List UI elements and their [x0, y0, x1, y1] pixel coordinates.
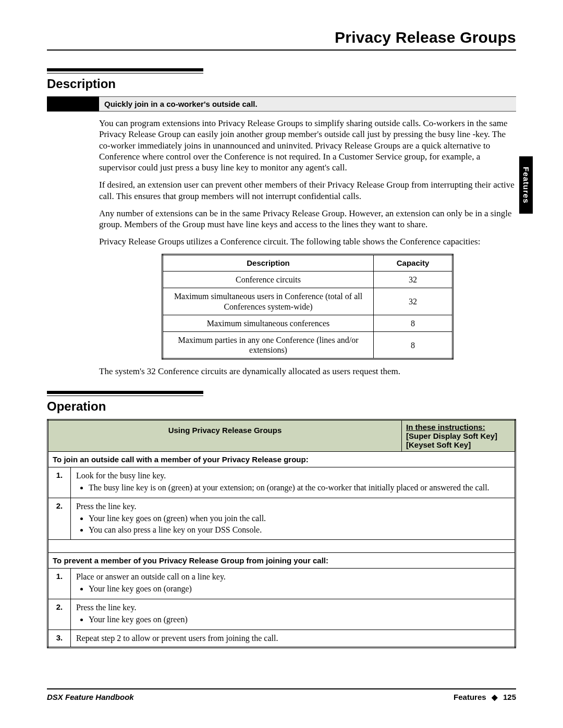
op-step-bullet: Your line key goes on (green) — [89, 614, 509, 625]
op-step-text: Place or answer an outside call on a lin… — [76, 572, 226, 581]
op-spacer — [48, 540, 516, 553]
op-subhead-1-text: To join an outside call with a member of… — [48, 452, 516, 467]
op-step-body: Repeat step 2 to allow or prevent users … — [71, 630, 516, 648]
footer-right-label: Features — [454, 693, 486, 701]
callout-black-box — [47, 96, 99, 112]
capacity-table: Description Capacity Conference circuits… — [162, 254, 454, 360]
page: Privacy Release Groups Features Descript… — [0, 0, 563, 728]
cap-val: 32 — [374, 272, 453, 288]
op-step: 2. Press the line key. Your line key goe… — [48, 599, 516, 630]
desc-p2: If desired, an extension user can preven… — [99, 179, 516, 202]
desc-p3: Any number of extensions can be in the s… — [99, 208, 516, 230]
cap-row: Conference circuits 32 — [163, 272, 453, 288]
cap-desc: Conference circuits — [163, 272, 374, 288]
cap-desc: Maximum simultaneous conferences — [163, 315, 374, 331]
op-step-text: Press the line key. — [76, 603, 136, 612]
op-step-body: Press the line key. Your line key goes o… — [71, 498, 516, 539]
op-step-num: 1. — [48, 467, 71, 498]
cap-row: Maximum simultaneous conferences 8 — [163, 315, 453, 331]
op-title: Using Privacy Release Groups — [48, 419, 402, 452]
cap-desc: Maximum simultaneous users in Conference… — [163, 288, 374, 315]
op-subhead-2-text: To prevent a member of you Privacy Relea… — [48, 553, 516, 569]
footer-row: DSX Feature Handbook Features ◆ 125 — [47, 693, 516, 702]
footer: DSX Feature Handbook Features ◆ 125 — [47, 688, 516, 702]
cap-desc: Maximum parties in any one Conference (l… — [163, 332, 374, 359]
cap-val: 32 — [374, 288, 453, 315]
op-step-num: 2. — [48, 599, 71, 630]
callout-text: Quickly join in a co-worker's outside ca… — [99, 96, 516, 112]
desc-p5: The system's 32 Conference circuits are … — [99, 366, 516, 377]
callout-row: Quickly join in a co-worker's outside ca… — [47, 96, 516, 112]
footer-right: Features ◆ 125 — [454, 693, 516, 702]
op-step-num: 3. — [48, 630, 71, 648]
desc-p1: You can program extensions into Privacy … — [99, 118, 516, 173]
op-step: 1. Look for the busy line key. The busy … — [48, 467, 516, 498]
side-tab-features: Features — [519, 156, 533, 214]
footer-diamond-icon: ◆ — [492, 693, 498, 701]
heading-rule-thin — [47, 396, 203, 396]
op-step: 1. Place or answer an outside call on a … — [48, 569, 516, 599]
heading-operation: Operation — [47, 399, 516, 414]
op-legend-l2: [Super Display Soft Key] — [406, 431, 497, 440]
op-title-text: Using Privacy Release Groups — [53, 423, 397, 438]
desc-p4: Privacy Release Groups utilizes a Confer… — [99, 236, 516, 247]
op-step-num: 1. — [48, 569, 71, 599]
cap-val: 8 — [374, 332, 453, 359]
top-rule — [47, 50, 516, 51]
section-description: Description — [47, 68, 516, 91]
op-step-bullet: Your line key goes on (orange) — [89, 584, 509, 595]
cap-row: Maximum parties in any one Conference (l… — [163, 332, 453, 359]
footer-rule — [47, 688, 516, 689]
op-step-text: Press the line key. — [76, 502, 136, 511]
op-step-text: Look for the busy line key. — [76, 471, 166, 480]
capacity-header-row: Description Capacity — [163, 254, 453, 272]
op-step-body: Place or answer an outside call on a lin… — [71, 569, 516, 599]
footer-left: DSX Feature Handbook — [47, 693, 134, 702]
op-step-bullet: Your line key goes on (green) when you j… — [89, 513, 509, 524]
section-operation: Operation — [47, 391, 516, 414]
op-step: 3. Repeat step 2 to allow or prevent use… — [48, 630, 516, 648]
cap-val: 8 — [374, 315, 453, 331]
op-header-row: Using Privacy Release Groups In these in… — [48, 419, 516, 452]
heading-description: Description — [47, 77, 516, 91]
op-legend-l3: [Keyset Soft Key] — [406, 440, 471, 449]
op-step-body: Press the line key. Your line key goes o… — [71, 599, 516, 630]
op-legend: In these instructions: [Super Display So… — [402, 419, 516, 452]
op-step-body: Look for the busy line key. The busy lin… — [71, 467, 516, 498]
operation-table: Using Privacy Release Groups In these in… — [47, 419, 516, 649]
op-step-num: 2. — [48, 498, 71, 539]
cap-row: Maximum simultaneous users in Conference… — [163, 288, 453, 315]
op-subhead-2: To prevent a member of you Privacy Relea… — [48, 553, 516, 569]
op-step: 2. Press the line key. Your line key goe… — [48, 498, 516, 539]
cap-th-desc: Description — [163, 254, 374, 272]
op-legend-l1: In these instructions: — [406, 423, 485, 431]
heading-rule-thin — [47, 73, 203, 73]
description-body: You can program extensions into Privacy … — [99, 118, 516, 377]
cap-th-cap: Capacity — [374, 254, 453, 272]
footer-page-number: 125 — [503, 693, 516, 701]
heading-rule-thick — [47, 391, 203, 394]
op-subhead-1: To join an outside call with a member of… — [48, 452, 516, 467]
page-title: Privacy Release Groups — [47, 29, 516, 50]
op-step-bullet: You can also press a line key on your DS… — [89, 525, 509, 536]
heading-rule-thick — [47, 68, 203, 71]
op-step-text: Repeat step 2 to allow or prevent users … — [76, 634, 278, 643]
op-step-bullet: The busy line key is on (green) at your … — [89, 483, 509, 493]
